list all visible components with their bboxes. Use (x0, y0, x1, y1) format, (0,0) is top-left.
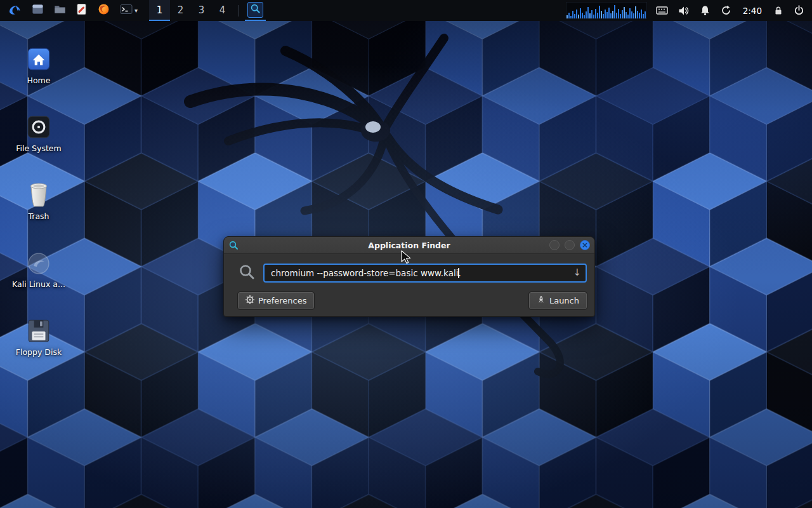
desktop-icon-kali-docs[interactable]: Kali Linux a... (8, 239, 70, 307)
text-editor-button[interactable] (71, 0, 93, 21)
launch-rocket-icon (537, 295, 546, 306)
finder-content: ↓ (224, 254, 594, 316)
clock[interactable]: 2:40 (737, 0, 768, 21)
desktop-icon-column: Home File System (8, 36, 70, 375)
dropdown-arrow-icon[interactable]: ↓ (573, 267, 581, 278)
desktop-icon-label: Kali Linux a... (12, 280, 65, 289)
file-manager-icon (32, 3, 44, 18)
search-input[interactable] (263, 264, 587, 283)
trash-icon (26, 175, 51, 208)
close-button[interactable]: × (580, 240, 590, 250)
app-finder-icon (250, 3, 261, 17)
window-title: Application Finder (224, 241, 594, 250)
search-field: ↓ (263, 264, 587, 283)
kali-menu-button[interactable] (3, 0, 27, 21)
kali-docs-icon (26, 243, 51, 276)
app-finder-window-icon (228, 240, 239, 250)
preferences-label: Preferences (258, 296, 306, 305)
application-finder-window: Application Finder × ↓ (223, 236, 595, 317)
gear-icon (246, 295, 254, 306)
text-editor-icon (76, 3, 88, 18)
maximize-button[interactable] (565, 240, 575, 250)
workspace-pager: 1 2 3 4 (149, 0, 233, 21)
titlebar[interactable]: Application Finder × (224, 237, 594, 254)
lock-screen-icon[interactable] (768, 0, 789, 21)
floppy-disk-icon (25, 311, 52, 344)
panel-separator (239, 5, 239, 17)
desktop-icon-label: Home (27, 76, 51, 85)
file-manager-button[interactable] (27, 0, 49, 21)
app-finder-panel-button[interactable] (245, 0, 266, 21)
kali-logo-icon (8, 3, 22, 19)
system-monitor-graph[interactable] (566, 2, 647, 19)
folder-icon (54, 3, 66, 18)
desktop-icon-label: Floppy Disk (16, 348, 62, 357)
launch-button[interactable]: Launch (529, 292, 587, 309)
preferences-button[interactable]: Preferences (238, 292, 314, 309)
minimize-button[interactable] (549, 240, 560, 250)
desktop-icon-file-system[interactable]: File System (8, 104, 70, 171)
keyboard-indicator-icon[interactable] (651, 0, 673, 21)
top-panel: ▾ 1 2 3 4 (0, 0, 812, 21)
notifications-bell-icon[interactable] (695, 0, 716, 21)
terminal-icon (120, 4, 133, 17)
file-system-icon (25, 107, 52, 140)
volume-icon[interactable] (673, 0, 695, 21)
workspace-button-1[interactable]: 1 (149, 0, 170, 21)
firefox-button[interactable] (93, 0, 115, 21)
text-caret (458, 268, 459, 278)
search-icon (238, 263, 256, 283)
workspace-button-2[interactable]: 2 (170, 0, 191, 21)
workspace-button-4[interactable]: 4 (212, 0, 233, 21)
firefox-icon (98, 3, 110, 18)
home-icon (25, 39, 52, 72)
updates-sync-icon[interactable] (716, 0, 737, 21)
desktop-icon-floppy-disk[interactable]: Floppy Disk (8, 307, 70, 375)
desktop-icon-label: File System (16, 144, 62, 153)
cpu-graph-bars (566, 5, 646, 18)
workspace-button-3[interactable]: 3 (191, 0, 212, 21)
logout-power-icon[interactable] (789, 0, 809, 21)
chevron-down-icon: ▾ (134, 7, 138, 14)
desktop-icon-trash[interactable]: Trash (8, 171, 70, 239)
folder-shortcut-button[interactable] (49, 0, 71, 21)
terminal-dropdown-button[interactable]: ▾ (115, 0, 143, 21)
desktop-icon-home[interactable]: Home (8, 36, 70, 104)
launch-label: Launch (549, 296, 579, 305)
desktop: Home File System (0, 0, 812, 508)
desktop-icon-label: Trash (28, 212, 49, 221)
